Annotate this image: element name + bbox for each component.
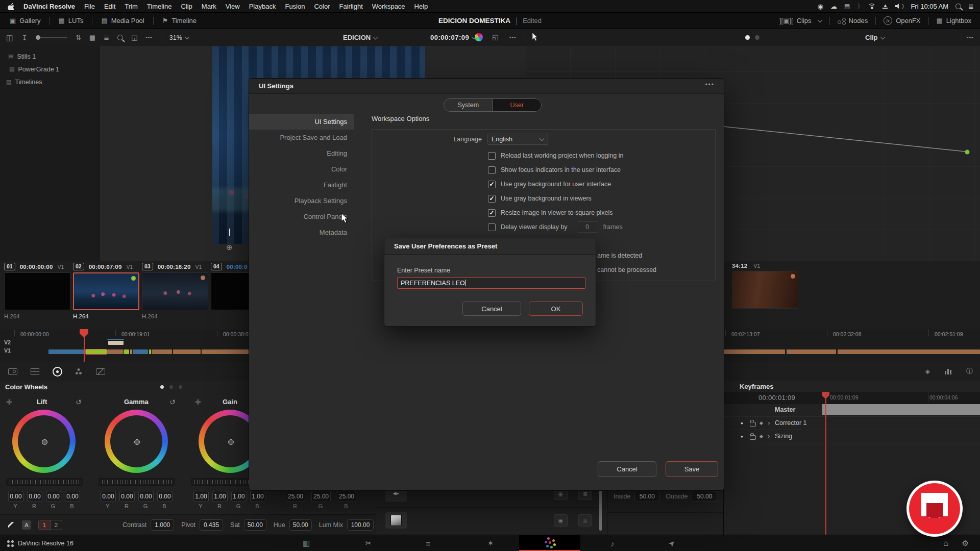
info-panel-icon[interactable]: ⓘ	[966, 367, 973, 376]
row-keyframe-icon[interactable]: ◆	[760, 420, 763, 425]
row-expand-chevron[interactable]: ›	[768, 419, 770, 427]
viewer-zoom-select[interactable]: 31%	[169, 34, 189, 41]
menu-item-trim[interactable]: Trim	[120, 0, 142, 12]
page-color-button[interactable]	[519, 535, 580, 551]
grid-view-icon[interactable]: ▦	[89, 34, 95, 41]
menu-item-timeline[interactable]: Timeline	[142, 0, 177, 12]
clip-item[interactable]: 0100:00:00:00V1H.264	[4, 263, 70, 319]
wheel-value-y[interactable]: 0.00	[101, 491, 116, 502]
menu-app-name[interactable]: DaVinci Resolve	[19, 0, 80, 12]
wheel-value-r[interactable]: 25.00	[286, 491, 305, 502]
window-shape-gradient-tile[interactable]	[385, 512, 407, 529]
wheels-page-dot-3[interactable]	[179, 385, 182, 389]
wheel-value-y[interactable]: 1.00	[193, 491, 209, 502]
viewer-more-icon[interactable]: •••	[509, 35, 517, 40]
param-value-contrast[interactable]: 1.000	[151, 519, 174, 531]
checkbox-checked[interactable]: ✓	[488, 195, 496, 203]
wheel-page-1[interactable]: 1	[39, 520, 51, 530]
page-fairlight-button[interactable]: ♪	[601, 535, 624, 551]
wheel-value-y[interactable]: 0.00	[8, 491, 23, 502]
page-edit-button[interactable]: ≡	[417, 535, 439, 551]
tab-system[interactable]: System	[444, 99, 493, 111]
toggle-timeline[interactable]: ⚑Timeline	[156, 13, 203, 29]
menu-item-mark[interactable]: Mark	[197, 0, 221, 12]
grade-wheel-icon[interactable]	[475, 33, 483, 41]
clip-thumbnail[interactable]	[732, 271, 798, 309]
language-select[interactable]: English	[487, 134, 548, 145]
picker-icon[interactable]	[8, 522, 15, 529]
viewer-target-icon[interactable]: ⊕	[226, 243, 233, 252]
window-enable-button-2[interactable]: ◉	[554, 514, 568, 527]
wheel-value-r[interactable]: 0.00	[119, 491, 135, 502]
timeline-clip-segment[interactable]	[130, 349, 132, 354]
timeline-clip-segment[interactable]	[48, 349, 86, 354]
row-lock-icon[interactable]	[750, 422, 756, 427]
dialog-header[interactable]: UI Settings •••	[249, 79, 724, 94]
toggle-lightbox[interactable]: ▦Lightbox	[930, 13, 978, 29]
wheels-page-dot-1[interactable]	[160, 385, 164, 389]
timeline-clip-segment[interactable]	[108, 341, 124, 345]
timeline-clip-segment[interactable]	[86, 349, 107, 354]
grab-still-icon[interactable]: ↧	[21, 34, 28, 42]
toggle-gallery[interactable]: ▣Gallery	[3, 13, 47, 29]
apple-menu-icon[interactable]	[0, 3, 19, 10]
row-enable-dot[interactable]: ●	[741, 434, 743, 439]
timeline-clip-segment[interactable]	[838, 349, 980, 354]
record-status-icon[interactable]: ◉	[818, 3, 823, 10]
settings-nav-playback-settings[interactable]: Playback Settings	[249, 193, 354, 209]
wifi-icon[interactable]	[868, 4, 875, 9]
node-view-select[interactable]: Clip	[865, 29, 885, 46]
checkbox[interactable]	[488, 166, 496, 174]
list-view-icon[interactable]: ≣	[104, 34, 109, 41]
wheel-page-2[interactable]: 2	[51, 520, 62, 530]
master-keyframe-bar[interactable]	[822, 404, 980, 415]
toggle-clips[interactable]: ][▣][Clips	[773, 13, 828, 29]
clip-item-partial[interactable]: 34:12V1	[732, 263, 798, 309]
menu-item-playback[interactable]: Playback	[244, 0, 281, 12]
auto-balance-button[interactable]: A	[22, 520, 31, 530]
sidebar-item-timelines[interactable]: ▤Timelines	[0, 76, 100, 88]
menu-item-fusion[interactable]: Fusion	[280, 0, 309, 12]
window-stack-icon[interactable]: ▤	[844, 3, 850, 10]
wheel-value-g[interactable]: 1.00	[231, 491, 247, 502]
spotlight-search-icon[interactable]	[955, 4, 961, 9]
timeline-clip-segment[interactable]	[149, 349, 151, 354]
panel-toggle-icon[interactable]: ◫	[6, 33, 13, 42]
keyframes-playhead[interactable]	[825, 392, 826, 535]
wheel-center-handle[interactable]	[228, 439, 234, 445]
window-mask-button-2[interactable]: ≣	[578, 514, 592, 527]
toggle-openfx[interactable]: fxOpenFX	[877, 13, 927, 29]
keyframes-row-corrector-1[interactable]: ●◆›Corrector 1	[724, 416, 980, 430]
toggle-nodes[interactable]: Nodes	[831, 13, 875, 29]
sidebar-item-powergrade-1[interactable]: ▤PowerGrade 1	[0, 63, 100, 76]
wheel-value-b[interactable]: 0.00	[157, 491, 173, 502]
clip-item[interactable]: 0300:00:16:20V1H.264	[142, 263, 208, 319]
home-icon[interactable]: ⌂	[943, 539, 948, 548]
bluetooth-icon[interactable]: ᛒ	[857, 3, 861, 10]
windows-scrollbar[interactable]	[599, 486, 602, 531]
menu-item-file[interactable]: File	[80, 0, 100, 12]
menu-item-view[interactable]: View	[221, 0, 244, 12]
param-value-sat[interactable]: 50.00	[244, 519, 266, 531]
param-value-lum-mix[interactable]: 100.00	[347, 519, 374, 531]
outside-value[interactable]: 50.00	[692, 491, 717, 502]
timeline-clip-segment[interactable]	[787, 349, 836, 354]
settings-nav-ui-settings[interactable]: UI Settings	[249, 114, 354, 130]
project-settings-gear-icon[interactable]: ⚙	[962, 539, 969, 548]
wheel-center-handle[interactable]	[42, 439, 47, 445]
color-wheels-palette-icon[interactable]	[53, 367, 62, 377]
menu-item-edit[interactable]: Edit	[100, 0, 120, 12]
notification-center-icon[interactable]: ≣	[968, 3, 974, 10]
menu-item-help[interactable]: Help	[410, 0, 433, 12]
eject-icon[interactable]: ▲	[883, 4, 888, 9]
reset-icon[interactable]: ↺	[76, 398, 82, 406]
menu-item-fairlight[interactable]: Fairlight	[335, 0, 368, 12]
sidebar-item-stills-1[interactable]: ▤Stills 1	[0, 50, 100, 63]
menu-item-color[interactable]: Color	[309, 0, 334, 12]
timeline-clip-segment[interactable]	[124, 349, 129, 354]
settings-cancel-button[interactable]: Cancel	[598, 461, 656, 477]
clip-thumbnail[interactable]	[4, 272, 70, 310]
wheel-center-handle[interactable]	[134, 439, 140, 445]
settings-nav-editing[interactable]: Editing	[249, 145, 354, 161]
checkbox-checked[interactable]: ✓	[488, 181, 496, 188]
